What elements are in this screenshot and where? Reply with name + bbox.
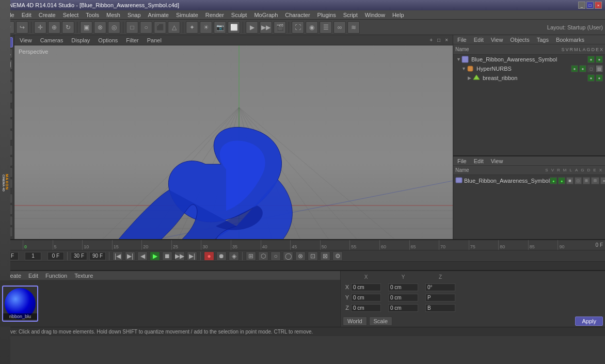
auto-keyframe-btn[interactable]: ⏺ [216, 251, 227, 261]
mat-menu-edit[interactable]: Edit [26, 272, 40, 279]
attr-row-main[interactable]: Blue_Ribbon_Awareness_Symbol ● ● ◼ ◻ ⊞ ⊟… [455, 176, 603, 185]
go-end-btn[interactable]: ▶| [125, 251, 135, 261]
obj-menu-bookmarks[interactable]: Bookmarks [554, 36, 586, 43]
obj-row-blue-ribbon[interactable]: ▼ Blue_Ribbon_Awareness_Symbol ● ● [453, 55, 605, 64]
vp-menu-filter[interactable]: Filter [124, 37, 140, 44]
render-anim-btn[interactable]: 🎬 [274, 21, 286, 34]
timeline-extra7[interactable]: ⊠ [320, 251, 330, 261]
material-btn[interactable]: ◉ [306, 21, 318, 34]
obj-menu-edit[interactable]: Edit [472, 36, 486, 43]
menu-animate[interactable]: Animate [145, 11, 172, 19]
attr-render-btn[interactable]: ● [558, 177, 565, 184]
render-preview-btn[interactable]: ▶ [246, 21, 258, 34]
timeline-extra4[interactable]: ◯ [283, 251, 293, 261]
go-start-btn[interactable]: |◀ [113, 251, 123, 261]
obj-menu-tags[interactable]: Tags [535, 36, 551, 43]
menu-select[interactable]: Select [60, 11, 82, 19]
timeline-extra5[interactable]: ⊗ [295, 251, 306, 261]
attr-extra-btn1[interactable]: ⊞ [583, 177, 590, 184]
coord-z-pos[interactable]: 0 cm [351, 304, 381, 312]
nurbs-vis-icon[interactable]: ● [571, 65, 578, 72]
timeline-extra6[interactable]: ⊡ [308, 251, 318, 261]
attr-menu-view[interactable]: View [489, 157, 505, 165]
breast-render-icon[interactable]: ● [596, 74, 603, 82]
expand-icon-ribbon[interactable]: ▼ [456, 57, 461, 62]
obj-vis-icon[interactable]: ● [587, 56, 595, 63]
vp-layout-btn[interactable]: □ [436, 37, 442, 43]
play-btn[interactable]: ▶ [150, 251, 160, 261]
viewport-canvas[interactable]: X Y Z Perspective [14, 45, 453, 239]
attr-menu-edit[interactable]: Edit [472, 157, 486, 165]
scale-tool-btn[interactable]: ⊕ [48, 21, 60, 34]
timeline-extra1[interactable]: ⊞ [246, 251, 256, 261]
rotate-tool-btn[interactable]: ↻ [62, 21, 74, 34]
apply-btn[interactable]: Apply [575, 316, 603, 326]
light-btn[interactable]: ☀ [200, 21, 212, 34]
obj-menu-view[interactable]: View [489, 36, 505, 43]
frame-step-field[interactable]: 1 [25, 252, 41, 260]
poly-select-btn[interactable]: ◎ [108, 21, 120, 34]
cone-btn[interactable]: △ [168, 21, 180, 34]
obj-row-hypernurbs[interactable]: ▼ HyperNURBS ● ● ◻ ▨ [453, 64, 605, 73]
menu-render[interactable]: Render [202, 11, 227, 19]
attr-menu-file[interactable]: File [455, 157, 469, 165]
vp-menu-options[interactable]: Options [96, 37, 120, 44]
vp-menu-display[interactable]: Display [69, 37, 92, 44]
vp-menu-view[interactable]: View [18, 37, 34, 44]
obj-menu-objects[interactable]: Objects [508, 36, 531, 43]
fps-field2[interactable]: 90 F [89, 252, 106, 260]
timeline-extra3[interactable]: ○ [270, 251, 281, 261]
menu-character[interactable]: Character [282, 11, 313, 19]
scale-mode-btn[interactable]: Scale [369, 316, 393, 326]
attr-hide-btn[interactable]: ◻ [575, 177, 582, 184]
camera-btn[interactable]: 📷 [214, 21, 226, 34]
obj-menu-file[interactable]: File [455, 36, 469, 43]
menu-help[interactable]: Help [389, 11, 407, 19]
coord-x-rot[interactable]: 0° [425, 283, 455, 291]
vp-expand-btn[interactable]: + [428, 37, 434, 43]
vp-menu-panel[interactable]: Panel [145, 37, 164, 44]
last-frame-btn[interactable]: ▶| [187, 251, 197, 261]
menu-simulate[interactable]: Simulate [173, 11, 201, 19]
lasso-tool-btn[interactable]: ⊗ [94, 21, 106, 34]
coord-x-size[interactable]: 0 cm [388, 283, 418, 291]
object-tree[interactable]: ▼ Blue_Ribbon_Awareness_Symbol ● ● ▼ [453, 55, 605, 155]
attr-extra-btn2[interactable]: ⊟ [591, 177, 599, 184]
floor-btn[interactable]: ⬜ [228, 21, 240, 34]
menu-window[interactable]: Window [362, 11, 388, 19]
nurbs-render-icon[interactable]: ● [579, 65, 586, 72]
menu-plugins[interactable]: Plugins [314, 11, 339, 19]
attr-vis-btn[interactable]: ● [550, 177, 557, 184]
coord-z-size[interactable]: 0 cm [388, 304, 418, 312]
coord-z-rot[interactable]: B [425, 304, 455, 312]
render-full-btn[interactable]: ▶▶ [260, 21, 272, 34]
expand-icon-breast[interactable]: ▶ [468, 75, 473, 81]
next-frame-btn[interactable]: ▶▶ [174, 251, 185, 261]
coord-y-size[interactable]: 0 cm [388, 294, 418, 302]
close-btn[interactable]: × [595, 2, 602, 9]
menu-edit[interactable]: Edit [19, 11, 35, 19]
menu-script[interactable]: Script [340, 11, 361, 19]
stop-btn[interactable]: ⏹ [162, 251, 172, 261]
breast-vis-icon[interactable]: ● [587, 74, 595, 82]
record-btn[interactable]: ● [204, 251, 214, 261]
maximize-btn[interactable]: □ [586, 2, 594, 9]
minimize-btn[interactable]: _ [578, 2, 585, 9]
mat-menu-texture[interactable]: Texture [72, 272, 95, 279]
vp-close-btn[interactable]: × [443, 37, 450, 43]
obj-row-breast-ribbon[interactable]: ▶ breast_ribbon ● ● [453, 73, 605, 83]
menu-mesh[interactable]: Mesh [103, 11, 123, 19]
attr-close-btn[interactable]: × [600, 177, 605, 184]
cylinder-btn[interactable]: ⬛ [154, 21, 166, 34]
select-tool-btn[interactable]: ▣ [80, 21, 92, 34]
move-tool-btn[interactable]: ✛ [34, 21, 46, 34]
menu-mograph[interactable]: MoGraph [251, 11, 281, 19]
menu-snap[interactable]: Snap [124, 11, 144, 19]
cube-btn[interactable]: □ [126, 21, 138, 34]
redo-btn[interactable]: ↪ [16, 21, 28, 34]
snap-btn[interactable]: ⛶ [292, 21, 304, 34]
attr-lock-btn[interactable]: ◼ [566, 177, 574, 184]
world-mode-btn[interactable]: World [343, 316, 367, 326]
menu-sculpt[interactable]: Sculpt [228, 11, 250, 19]
timeline-extra2[interactable]: ⬡ [258, 251, 268, 261]
